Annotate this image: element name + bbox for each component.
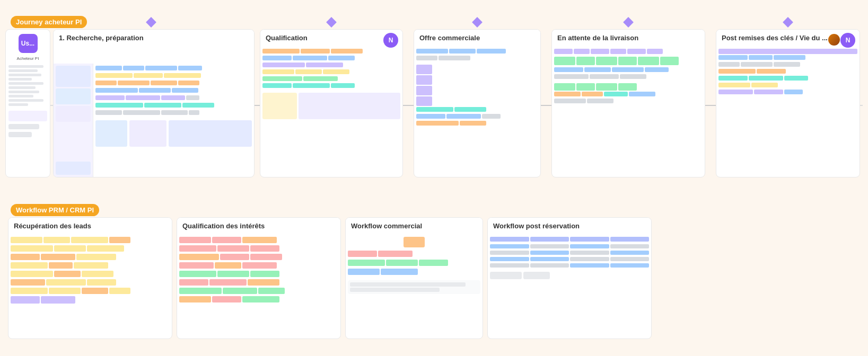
po3 — [774, 55, 805, 60]
acheteur-label: Acheteur PI — [17, 56, 39, 61]
qib3 — [242, 237, 277, 243]
workflow-post-reservation-card[interactable]: Workflow post réservation — [487, 217, 652, 339]
rb23 — [109, 288, 130, 294]
wpa10 — [530, 257, 569, 261]
rb9 — [41, 254, 75, 260]
qualification-card[interactable]: Qualification N — [260, 29, 403, 177]
wpa8 — [610, 251, 650, 255]
post-remise-card[interactable]: Post remises des clés / Vie du ... N — [716, 29, 860, 177]
or3 — [416, 107, 538, 112]
offre-wrapper: Offre commerciale — [414, 29, 541, 177]
qir2 — [179, 245, 338, 252]
main-container: Journey acheteur PI Us... Acheteur PI — [0, 0, 868, 350]
qib14 — [217, 271, 249, 277]
livraison-wrapper: En attente de la livraison — [551, 29, 705, 177]
qb9 — [262, 69, 294, 74]
qb1 — [262, 49, 300, 54]
qb8 — [306, 63, 343, 67]
wcb7 — [381, 269, 418, 275]
rr8 — [11, 296, 170, 304]
wcb2 — [378, 251, 413, 257]
b18 — [186, 95, 199, 100]
or2 — [416, 56, 538, 60]
lb8 — [554, 92, 581, 96]
line1 — [8, 65, 43, 68]
wc-center — [348, 237, 480, 247]
qib23 — [212, 296, 241, 302]
img-placeholder-3 — [56, 106, 91, 122]
qr6 — [262, 83, 400, 88]
rb5 — [11, 245, 53, 252]
ob11 — [416, 121, 459, 126]
b1 — [95, 66, 122, 70]
flow-row-7 — [95, 110, 252, 115]
lg1 — [554, 57, 575, 65]
arrow-line-2 — [403, 105, 414, 106]
wpr-h3 — [570, 237, 609, 242]
lt6 — [647, 49, 663, 54]
b6 — [134, 73, 163, 78]
purple-block-3 — [416, 86, 432, 95]
wpa13 — [490, 263, 529, 268]
wpr-h1 — [490, 237, 529, 242]
qir5 — [179, 271, 338, 277]
b21 — [182, 103, 214, 108]
wpr-h2 — [530, 237, 569, 242]
po7 — [718, 69, 756, 74]
rr4 — [11, 262, 170, 269]
workflow-commercial-card[interactable]: Workflow commercial — [345, 217, 483, 339]
po10 — [749, 76, 783, 81]
wpra3 — [490, 257, 649, 261]
lt3 — [591, 49, 609, 54]
pr3 — [718, 69, 857, 74]
lg6 — [660, 57, 679, 65]
qib20 — [223, 288, 257, 294]
rb10 — [76, 254, 116, 260]
rb1 — [11, 237, 42, 243]
acheteur-note — [8, 124, 39, 129]
qir3 — [179, 254, 338, 260]
ob8 — [416, 114, 445, 119]
qib6 — [250, 245, 279, 252]
offre-card[interactable]: Offre commerciale — [414, 29, 541, 177]
rr2 — [11, 245, 170, 252]
qb5 — [293, 56, 327, 60]
livraison-card[interactable]: En attente de la livraison — [551, 29, 705, 177]
qib11 — [215, 262, 241, 269]
rb8 — [11, 254, 40, 260]
recuperation-card[interactable]: Récupération des leads — [8, 217, 172, 339]
qib15 — [250, 271, 279, 277]
recherche-content — [54, 47, 254, 177]
ob4 — [416, 56, 437, 60]
wc-center-box — [404, 237, 425, 247]
journey-cards-row: 1. Recherche, préparation — [53, 29, 860, 177]
ob1 — [416, 49, 448, 54]
acheteur-lines — [8, 65, 47, 137]
qualification-interets-card[interactable]: Qualification des intérêts — [177, 217, 341, 339]
b7 — [164, 73, 201, 78]
po9 — [718, 76, 748, 81]
recherche-card[interactable]: 1. Recherche, préparation — [53, 29, 255, 177]
wpa9 — [490, 257, 529, 261]
rb20 — [11, 288, 48, 294]
qi2 — [299, 93, 400, 119]
acheteur-note2 — [8, 132, 32, 137]
qr3 — [262, 63, 400, 67]
bottom-img-3 — [169, 120, 252, 147]
wcr1 — [348, 251, 480, 257]
post-banner — [718, 49, 857, 54]
qualification-wrapper: Qualification N — [260, 29, 403, 177]
po5 — [741, 62, 773, 67]
recherche-right-panel — [93, 64, 254, 177]
lv2 — [554, 74, 703, 79]
po8 — [757, 69, 786, 74]
diamond-2 — [328, 19, 335, 26]
qi1 — [262, 93, 297, 119]
rb11 — [11, 262, 48, 269]
lv4 — [554, 99, 703, 103]
b10 — [151, 81, 177, 85]
line6 — [8, 86, 36, 89]
rb17 — [11, 279, 45, 286]
liv-green-2 — [554, 83, 703, 91]
pr2 — [718, 62, 857, 67]
